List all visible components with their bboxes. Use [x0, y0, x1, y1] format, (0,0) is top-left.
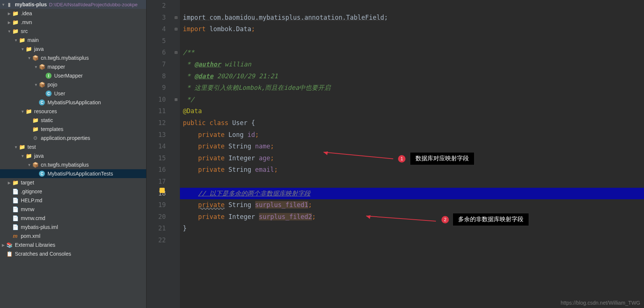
tree-item-mvnw[interactable]: 📄mvnw: [0, 205, 146, 214]
tree-item-main[interactable]: ▼📁main: [0, 36, 146, 45]
tree-item-scratch[interactable]: 📋Scratches and Consoles: [0, 249, 146, 258]
markdown-file-icon: 📄: [12, 197, 19, 203]
code-editor[interactable]: 2345 6789 10111213 14151617 1819202122 ⊟…: [147, 0, 644, 308]
project-name: mybatis-plus: [15, 1, 47, 7]
chevron-right-icon: ▶: [7, 181, 12, 185]
resources-folder-icon: 📁: [25, 108, 32, 114]
interface-icon: I: [45, 73, 52, 79]
class-icon: C: [39, 171, 45, 177]
file-icon: 📄: [12, 189, 19, 194]
scratch-icon: 📋: [6, 251, 13, 257]
class-icon: C: [39, 99, 45, 105]
tree-item-iml[interactable]: 📄mybatis-plus.iml: [0, 223, 146, 232]
tree-item-mapper[interactable]: ▼📦mapper: [0, 62, 146, 71]
tree-item-gitignore[interactable]: 📄.gitignore: [0, 187, 146, 196]
chevron-right-icon: ▶: [7, 20, 12, 24]
tree-item-target[interactable]: ▶📁target: [0, 178, 146, 187]
annotation-label-1: 数据库对应映射字段: [410, 152, 474, 165]
package-icon: 📦: [39, 64, 45, 70]
maven-file-icon: m: [12, 233, 19, 239]
tree-item-apptests[interactable]: CMybatisPlusApplicationTests: [0, 169, 146, 178]
package-icon: 📦: [32, 55, 39, 61]
import-statement: import com.baomidou.mybatisplus.annotati…: [183, 14, 388, 21]
tree-item-package-test[interactable]: ▼📦cn.twgfs.mybatisplus: [0, 160, 146, 169]
tree-item-package[interactable]: ▼📦cn.twgfs.mybatisplus: [0, 53, 146, 62]
tree-item-src[interactable]: ▼📁src: [0, 27, 146, 36]
folder-icon: 📁: [12, 19, 19, 25]
tree-item-pojo[interactable]: ▼📦pojo: [0, 80, 146, 89]
comment-text: // 以下是多余的两个非数据库映射字段: [198, 190, 310, 197]
tree-item-java[interactable]: ▼📁java: [0, 45, 146, 53]
chevron-down-icon: ▼: [33, 65, 39, 69]
folder-icon: 📁: [32, 117, 39, 123]
chevron-down-icon: ▼: [13, 145, 19, 149]
project-tree[interactable]: ▼ ▮ mybatis-plus D:\IDEAINstall\IdeaProj…: [0, 0, 147, 308]
chevron-right-icon: ▶: [7, 12, 12, 16]
folder-icon: 📁: [19, 37, 25, 43]
chevron-down-icon: ▼: [27, 56, 32, 60]
chevron-down-icon: ▼: [33, 83, 39, 87]
chevron-right-icon: ▶: [1, 243, 6, 247]
library-icon: 📚: [6, 242, 13, 248]
tree-item-templates[interactable]: 📁templates: [0, 125, 146, 134]
package-icon: 📦: [39, 82, 45, 88]
tree-item-static[interactable]: 📁static: [0, 116, 146, 125]
excluded-folder-icon: 📁: [12, 180, 19, 186]
tree-item-pom[interactable]: mpom.xml: [0, 232, 146, 240]
code-content[interactable]: import com.baomidou.mybatisplus.annotati…: [180, 0, 644, 308]
tree-item-mvnwcmd[interactable]: 📄mvnw.cmd: [0, 214, 146, 223]
properties-file-icon: ⚙: [32, 135, 39, 141]
package-icon: 📦: [32, 162, 39, 168]
tree-item-resources[interactable]: ▼📁resources: [0, 107, 146, 116]
file-icon: 📄: [12, 224, 19, 230]
tree-item-user[interactable]: CUser: [0, 89, 146, 98]
watermark: https://blog.csdn.net/William_TWG: [561, 300, 640, 306]
source-folder-icon: 📁: [25, 46, 32, 52]
chevron-down-icon: ▼: [7, 29, 12, 33]
lightbulb-icon[interactable]: [160, 188, 165, 193]
tree-item-appprops[interactable]: ⚙application.properties: [0, 134, 146, 142]
folder-icon: 📁: [12, 10, 19, 16]
chevron-down-icon: ▼: [13, 38, 19, 42]
tree-item-usermapper[interactable]: IUserMapper: [0, 71, 146, 80]
tree-item-idea[interactable]: ▶📁.idea: [0, 9, 146, 18]
folder-icon: 📁: [19, 144, 25, 150]
annotation-badge-2: 2: [441, 216, 449, 223]
project-icon: ▮: [6, 1, 13, 7]
chevron-down-icon: ▼: [20, 47, 25, 51]
tree-item-app[interactable]: CMybatisPlusApplication: [0, 98, 146, 107]
tree-item-java-test[interactable]: ▼📁java: [0, 151, 146, 160]
class-icon: C: [45, 91, 52, 96]
annotation-label-2: 多余的非数据库映射字段: [453, 213, 529, 226]
project-root[interactable]: ▼ ▮ mybatis-plus D:\IDEAINstall\IdeaProj…: [0, 0, 146, 9]
folder-icon: 📁: [12, 28, 19, 34]
line-gutter: 2345 6789 10111213 14151617 1819202122: [147, 0, 172, 308]
tree-item-mvn[interactable]: ▶📁.mvn: [0, 18, 146, 27]
tree-item-extlib[interactable]: ▶📚External Libraries: [0, 240, 146, 249]
annotation-badge-1: 1: [398, 155, 405, 163]
file-icon: 📄: [12, 215, 19, 221]
tree-item-help[interactable]: 📄HELP.md: [0, 196, 146, 205]
chevron-down-icon: ▼: [20, 109, 25, 114]
chevron-down-icon: ▼: [1, 3, 6, 7]
folder-icon: 📁: [32, 126, 39, 132]
file-icon: 📄: [12, 206, 19, 212]
project-path: D:\IDEAINstall\IdeaProject\dubbo-zookpe: [49, 2, 137, 7]
tree-item-test[interactable]: ▼📁test: [0, 142, 146, 151]
chevron-down-icon: ▼: [27, 163, 32, 167]
chevron-down-icon: ▼: [20, 154, 25, 158]
test-source-folder-icon: 📁: [25, 153, 32, 159]
fold-gutter[interactable]: ⊟⊟ ⊟ ⊞: [172, 0, 180, 308]
